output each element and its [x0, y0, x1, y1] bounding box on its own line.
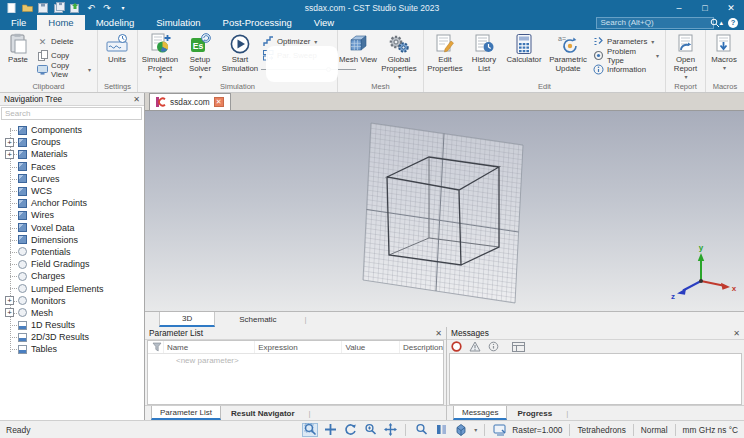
start-simulation-button[interactable]: Start Simulation [219, 31, 261, 81]
tab-simulation[interactable]: Simulation [145, 15, 211, 30]
macros-button[interactable]: Macros ▾ [707, 31, 741, 81]
global-properties-button[interactable]: Global Properties ▾ [377, 31, 421, 81]
tab-3d[interactable]: 3D [159, 312, 215, 327]
tab-result-navigator[interactable]: Result Navigator [223, 406, 303, 420]
tree-item-curves[interactable]: Curves [0, 173, 144, 185]
history-list-button[interactable]: History List [465, 31, 503, 81]
tree-item-field-gradings[interactable]: Field Gradings [0, 258, 144, 270]
column-value[interactable]: Value [342, 341, 400, 353]
expander-icon[interactable]: + [5, 296, 14, 305]
zoom-in-tool-icon[interactable] [413, 423, 429, 437]
maximize-button[interactable]: □ [692, 0, 718, 15]
minimize-button[interactable]: – [666, 0, 692, 15]
expander-icon[interactable]: + [5, 138, 14, 147]
undo-icon[interactable]: ↶ [85, 2, 97, 13]
column-name[interactable]: Name [164, 341, 255, 353]
close-icon[interactable]: ✕ [133, 95, 140, 104]
status-raster[interactable]: Raster=1.000 [512, 425, 562, 435]
tree-item-charges[interactable]: Charges [0, 270, 144, 282]
problem-type-button[interactable]: Problem Type ▾ [591, 49, 661, 62]
tab-view[interactable]: View [303, 15, 345, 30]
tree-item-wcs[interactable]: WCS [0, 185, 144, 197]
tree-item-faces[interactable]: Faces [0, 161, 144, 173]
tab-parameter-list[interactable]: Parameter List [151, 406, 221, 420]
close-icon[interactable]: ✕ [733, 329, 740, 338]
axis-z-label: z [671, 292, 675, 301]
new-parameter-row[interactable]: <new parameter> [148, 354, 443, 367]
filter-icon[interactable] [148, 341, 164, 353]
tree-item-1d-results[interactable]: 1D Results [0, 319, 144, 331]
parametric-update-button[interactable]: a= Parametric Update [545, 31, 591, 81]
tree-item-2d3d-results[interactable]: 2D/3D Results [0, 331, 144, 343]
document-tab[interactable]: ssdax.com ✕ [149, 93, 231, 110]
open-report-button[interactable]: Open Report ▾ [667, 31, 704, 81]
expander-icon[interactable]: + [5, 150, 14, 159]
simulation-project-button[interactable]: Simulation Project ▾ [139, 31, 181, 81]
tree-item-wires[interactable]: Wires [0, 209, 144, 221]
status-mesh-type[interactable]: Tetrahedrons [577, 425, 625, 435]
details-view-icon[interactable] [512, 342, 525, 352]
tree-item-tables[interactable]: Tables [0, 343, 144, 355]
messages-content[interactable] [449, 353, 742, 405]
setup-solver-button[interactable]: Es Setup Solver ▾ [181, 31, 219, 81]
zoom-window-tool-icon[interactable] [302, 423, 318, 437]
column-expression[interactable]: Expression [255, 341, 342, 353]
tab-schematic[interactable]: Schematic [217, 312, 298, 327]
rotate-tool-icon[interactable] [342, 423, 358, 437]
new-file-icon[interactable] [5, 2, 17, 13]
move-tool-icon[interactable] [382, 423, 398, 437]
split-view-icon[interactable] [433, 423, 449, 437]
tab-file[interactable]: File [0, 15, 37, 30]
viewport-3d[interactable]: y x z [145, 111, 744, 311]
tab-progress[interactable]: Progress [509, 406, 560, 420]
qat-dropdown-icon[interactable]: ▾ [117, 2, 129, 13]
help-icon[interactable]: ? [728, 18, 738, 28]
close-icon[interactable]: ✕ [435, 329, 442, 338]
edit-properties-button[interactable]: Edit Properties [425, 31, 465, 81]
tree-item-materials[interactable]: +Materials [0, 148, 144, 160]
tree-item-monitors[interactable]: +Monitors [0, 295, 144, 307]
pan-tool-icon[interactable] [322, 423, 338, 437]
tree-item-lumped-elements[interactable]: Lumped Elements [0, 282, 144, 294]
calculator-button[interactable]: Calculator [503, 31, 545, 81]
copy-view-button[interactable]: Copy View ▾ [35, 63, 93, 76]
warnings-filter-icon[interactable] [469, 341, 481, 352]
app-search-box[interactable] [596, 17, 714, 29]
tab-messages[interactable]: Messages [453, 406, 507, 420]
tab-home[interactable]: Home [37, 15, 84, 30]
tab-modeling[interactable]: Modeling [85, 15, 146, 30]
document-close-icon[interactable]: ✕ [214, 97, 224, 107]
tree-item-potentials[interactable]: Potentials [0, 246, 144, 258]
raster-icon[interactable] [492, 423, 508, 437]
units-button[interactable]: Units [99, 31, 135, 81]
status-mode[interactable]: Normal [641, 425, 668, 435]
save-icon[interactable] [37, 2, 49, 13]
tree-item-anchor-points[interactable]: Anchor Points [0, 197, 144, 209]
tree-search-input[interactable] [1, 107, 142, 120]
paste-button[interactable]: Paste [1, 31, 35, 81]
mesh-view-button[interactable]: Mesh View [339, 31, 377, 81]
open-file-icon[interactable] [21, 2, 33, 13]
tree-item-mesh[interactable]: +Mesh [0, 307, 144, 319]
information-button[interactable]: Information [591, 63, 661, 76]
app-search-input[interactable] [600, 18, 710, 27]
errors-filter-icon[interactable] [451, 341, 462, 352]
expander-icon[interactable]: + [5, 308, 14, 317]
dynamic-zoom-tool-icon[interactable] [362, 423, 378, 437]
import-icon[interactable] [69, 2, 81, 13]
collapse-ribbon-icon[interactable]: ▴ [719, 19, 723, 27]
tab-post-processing[interactable]: Post-Processing [212, 15, 303, 30]
tree-item-groups[interactable]: +Groups [0, 136, 144, 148]
tree-item-voxel-data[interactable]: Voxel Data [0, 222, 144, 234]
delete-button[interactable]: ✕ Delete [35, 35, 93, 48]
tree-item-dimensions[interactable]: Dimensions [0, 234, 144, 246]
redo-icon[interactable]: ↷ [101, 2, 113, 13]
close-button[interactable]: ✕ [718, 0, 744, 15]
save-all-icon[interactable] [53, 2, 65, 13]
tree-item-components[interactable]: Components [0, 124, 144, 136]
bounding-box-icon[interactable] [453, 423, 469, 437]
info-filter-icon[interactable] [488, 341, 499, 352]
column-description[interactable]: Description [400, 341, 443, 353]
dropdown-arrow-icon[interactable]: ▾ [474, 426, 477, 433]
status-units[interactable]: mm GHz ns °C [683, 425, 738, 435]
